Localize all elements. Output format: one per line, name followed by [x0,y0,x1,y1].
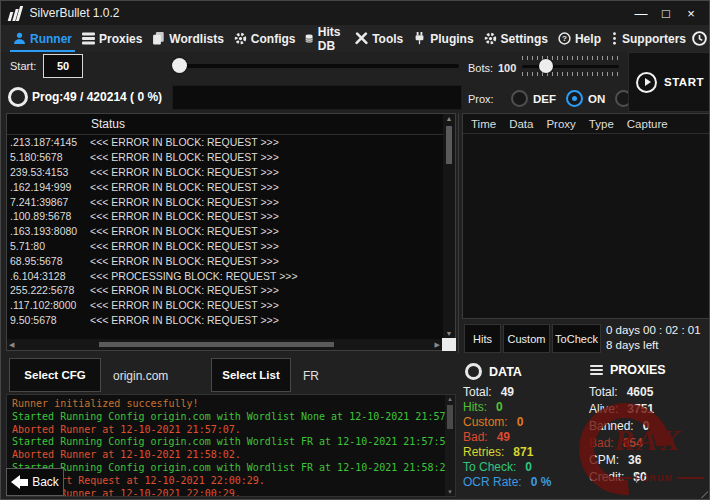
stat-proxy-banned: Banned:0 [589,419,649,433]
table-row[interactable]: 5.71:80<<< ERROR IN BLOCK: REQUEST >>> [7,239,455,254]
host-cell: 239.53:4153 [7,166,90,178]
nav-help[interactable]: ? Help [553,25,606,52]
minimize-button[interactable]: — [633,6,649,21]
start-slider-track[interactable] [173,64,459,68]
col-capture: Capture [627,118,668,130]
table-row[interactable]: .117.102:8000<<< ERROR IN BLOCK: REQUEST… [7,298,455,313]
table-row[interactable]: .100.89:5678<<< ERROR IN BLOCK: REQUEST … [7,209,455,224]
cfg-value: origin.com [113,369,168,383]
license-days-left: 8 days left [606,338,701,353]
start-label: Start: [10,60,36,72]
stat-proxy-cpm: CPM:36 [589,453,641,467]
status-cell: <<< ERROR IN BLOCK: REQUEST >>> [90,255,279,267]
scroll-down-icon[interactable]: ▼ [445,489,455,495]
table-row[interactable]: 255.222:5678<<< ERROR IN BLOCK: REQUEST … [7,283,455,298]
stat-proxy-bad: Bad:854 [589,436,643,450]
status-cell: <<< ERROR IN BLOCK: REQUEST >>> [90,136,279,148]
col-data: Data [509,118,533,130]
resize-grip[interactable] [698,488,708,498]
nav-settings[interactable]: Settings [479,25,553,52]
nav-supporters[interactable]: Supporters [606,25,691,52]
start-input[interactable]: 50 [43,54,83,78]
nav-proxies[interactable]: Proxies [77,25,147,52]
table-row[interactable]: 7.241:39867<<< ERROR IN BLOCK: REQUEST >… [7,194,455,209]
table-row[interactable]: .162.194:999<<< ERROR IN BLOCK: REQUEST … [7,179,455,194]
maximize-button[interactable]: □ [658,6,674,21]
table-row[interactable]: .6.104:3128<<< PROCESSING BLOCK: REQUEST… [7,268,455,283]
status-cell: <<< ERROR IN BLOCK: REQUEST >>> [90,314,279,326]
table-row[interactable]: .163.193:8080<<< ERROR IN BLOCK: REQUEST… [7,224,455,239]
nav-runner[interactable]: Runner [8,25,77,52]
scroll-up-icon[interactable]: ▲ [445,396,455,402]
nav-tools[interactable]: Tools [350,25,408,52]
title-bar: SilverBullet 1.0.2 — □ × [1,1,709,25]
host-cell: .117.102:8000 [7,299,90,311]
history-icon[interactable] [691,30,708,47]
bots-slider-thumb[interactable] [539,59,553,73]
scroll-thumb[interactable] [447,405,453,429]
select-cfg-button[interactable]: Select CFG [9,358,101,392]
log-scrollbar[interactable]: ▲ ▼ [445,395,455,496]
host-cell: .213.187:4145 [7,136,90,148]
server-icon [590,365,603,376]
stat-retries: Retries:871 [463,445,533,459]
scroll-thumb[interactable] [446,126,452,164]
log-line: Aborted Runner at 12-10-2021 21:57:07. [12,424,450,437]
tab-hits[interactable]: Hits [464,324,501,353]
log-line: Started Running Config origin.com with W… [12,462,450,475]
start-button[interactable]: START [628,52,710,112]
table-row[interactable]: 239.53:4153<<< ERROR IN BLOCK: REQUEST >… [7,165,455,180]
start-slider-thumb[interactable] [172,58,187,73]
scroll-right-icon[interactable]: ▶ [435,339,440,350]
log-area[interactable]: Runner initialized succesfully! Started … [6,394,456,497]
tab-custom[interactable]: Custom [503,324,550,353]
log-line: Runner initialized succesfully! [12,398,450,411]
bots-label: Bots: [468,62,493,74]
stat-hits: Hits:0 [463,400,503,414]
table-horizontal-scrollbar[interactable]: ◀ ▶ [7,339,442,350]
panel-splitter[interactable] [458,113,459,353]
tab-tocheck[interactable]: ToCheck [552,324,601,353]
svg-text:?: ? [562,34,567,43]
status-cell: <<< ERROR IN BLOCK: REQUEST >>> [90,299,279,311]
nav-hitsdb[interactable]: Hits DB [300,25,350,52]
nav-configs[interactable]: Configs [229,25,301,52]
scroll-down-icon[interactable]: ▼ [443,330,455,337]
bots-value: 100 [498,62,516,74]
scroll-left-icon[interactable]: ◀ [9,339,14,350]
host-cell: .6.104:3128 [7,270,90,282]
table-row[interactable]: 5.180:5678<<< ERROR IN BLOCK: REQUEST >>… [7,150,455,165]
nav-wordlists[interactable]: Wordlists [147,25,228,52]
prox-on-label: ON [588,93,605,105]
status-cell: <<< ERROR IN BLOCK: REQUEST >>> [90,196,279,208]
nav-plugins[interactable]: Plugins [408,25,478,52]
table-row[interactable]: 9.50:5678<<< ERROR IN BLOCK: REQUEST >>> [7,313,455,328]
scroll-up-icon[interactable]: ▲ [443,115,455,122]
table-row[interactable]: .213.187:4145<<< ERROR IN BLOCK: REQUEST… [7,135,455,150]
scrollbar-corner [442,338,456,351]
stat-proxy-credit: Credit:$0 [589,470,647,484]
prox-label: Prox: [468,93,494,105]
progress-radio[interactable] [8,87,28,107]
bots-slider-track[interactable] [522,65,619,68]
window-title: SilverBullet 1.0.2 [30,6,120,20]
col-type: Type [589,118,614,130]
plug-icon [413,32,426,45]
host-cell: 9.50:5678 [7,314,90,326]
status-column-header: Status [91,117,125,131]
results-table: Status .213.187:4145<<< ERROR IN BLOCK: … [6,113,456,351]
select-list-button[interactable]: Select List [211,358,291,392]
gear-icon [484,32,497,45]
log-line: Aborted Runner at 12-10-2021 21:58:02. [12,449,450,462]
back-button[interactable]: Back [6,468,64,496]
stat-tocheck: To Check:0 [463,460,532,474]
table-row[interactable]: 68.95:5678<<< ERROR IN BLOCK: REQUEST >>… [7,253,455,268]
status-cell: <<< ERROR IN BLOCK: REQUEST >>> [90,151,279,163]
prox-on-radio[interactable] [566,90,583,107]
table-vertical-scrollbar[interactable]: ▲ ▼ [443,114,455,338]
status-cell: <<< ERROR IN BLOCK: REQUEST >>> [90,181,279,193]
prox-def-radio[interactable] [511,90,528,107]
stat-total: Total:49 [463,385,514,399]
scroll-thumb[interactable] [99,342,334,347]
close-button[interactable]: × [683,6,699,21]
